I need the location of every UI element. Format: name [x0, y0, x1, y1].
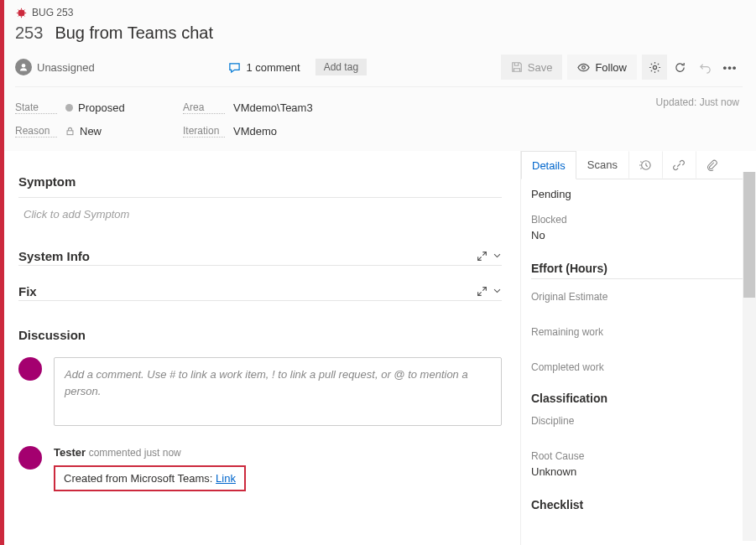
chevron-down-icon[interactable]	[493, 286, 502, 295]
body-content: Symptom Click to add Symptom System Info…	[0, 151, 756, 545]
tab-history[interactable]	[628, 151, 662, 179]
side-column: Details Scans Pending Blocked No Effort …	[520, 151, 756, 545]
classification-header: Classification	[531, 373, 743, 408]
symptom-header: Symptom	[18, 163, 502, 194]
eye-icon	[577, 61, 590, 74]
orig-estimate-label[interactable]: Original Estimate	[531, 279, 743, 303]
history-icon	[639, 159, 651, 171]
save-icon	[511, 61, 523, 73]
symptom-input[interactable]: Click to add Symptom	[18, 198, 502, 231]
comments-link[interactable]: 1 comment	[228, 61, 300, 74]
follow-label: Follow	[595, 61, 627, 74]
work-item-id: 253	[15, 23, 43, 43]
tab-links[interactable]	[662, 151, 696, 179]
blocked-label: Blocked	[531, 202, 743, 226]
fix-row[interactable]: Fix	[18, 281, 502, 301]
chevron-down-icon[interactable]	[493, 251, 502, 260]
tab-details[interactable]: Details	[521, 151, 576, 179]
more-icon: •••	[723, 61, 738, 74]
iteration-label: Iteration	[183, 125, 225, 138]
add-tag-button[interactable]: Add tag	[315, 59, 367, 75]
gear-icon	[649, 61, 661, 74]
root-cause-label: Root Cause	[531, 427, 743, 462]
expand-icon[interactable]	[477, 251, 487, 262]
comment-author: Tester	[54, 446, 86, 459]
comment-text: Created from Microsoft Teams:	[64, 472, 216, 485]
state-value[interactable]: Proposed	[65, 101, 125, 114]
title-row: 253 Bug from Teams chat	[15, 22, 743, 51]
comment-content: Created from Microsoft Teams: Link	[54, 465, 246, 491]
reason-value[interactable]: New	[65, 125, 102, 138]
side-panel-scroll[interactable]: Pending Blocked No Effort (Hours) Origin…	[521, 179, 756, 545]
updated-label: Updated: Just now	[656, 96, 743, 108]
bug-icon	[15, 7, 27, 18]
svg-point-1	[22, 64, 26, 68]
refresh-button[interactable]	[667, 54, 692, 80]
comments-count: 1 comment	[246, 61, 300, 74]
blocked-value[interactable]: No	[531, 226, 743, 243]
state-label: State	[15, 101, 57, 114]
area-value[interactable]: VMdemo\Team3	[233, 101, 313, 114]
lock-icon	[65, 127, 75, 136]
follow-button[interactable]: Follow	[567, 54, 637, 80]
breadcrumb-label[interactable]: BUG 253	[32, 7, 73, 18]
work-item-title[interactable]: Bug from Teams chat	[55, 23, 213, 43]
tab-strip: Details Scans	[521, 151, 756, 179]
fix-header: Fix	[18, 284, 37, 298]
meta-fields-row: State Proposed Reason New Area VMdemo\Te…	[15, 87, 743, 151]
completed-label[interactable]: Completed work	[531, 338, 743, 373]
bug-color-bar	[0, 0, 4, 545]
breadcrumb: BUG 253	[15, 7, 743, 22]
undo-icon	[699, 61, 712, 74]
main-column: Symptom Click to add Symptom System Info…	[0, 151, 520, 545]
discussion-section: Discussion Add a comment. Use # to link …	[18, 316, 502, 491]
comment-icon	[228, 61, 241, 74]
remaining-label[interactable]: Remaining work	[531, 303, 743, 338]
svg-point-3	[653, 65, 656, 69]
settings-button[interactable]	[642, 54, 667, 80]
comment-time: commented just now	[89, 447, 181, 459]
reason-label: Reason	[15, 125, 57, 138]
root-cause-value[interactable]: Unknown	[531, 462, 743, 480]
assignee-label: Unassigned	[37, 61, 95, 74]
save-label: Save	[528, 61, 553, 74]
work-item-header: BUG 253 253 Bug from Teams chat Unassign…	[0, 0, 756, 151]
teams-link[interactable]: Link	[216, 472, 236, 485]
svg-point-2	[582, 65, 586, 69]
effort-header: Effort (Hours)	[531, 243, 743, 279]
discipline-label[interactable]: Discipline	[531, 408, 743, 427]
tab-scans[interactable]: Scans	[576, 151, 628, 179]
svg-rect-4	[67, 130, 73, 134]
tab-attachments[interactable]	[696, 151, 729, 179]
pending-value: Pending	[531, 183, 743, 202]
iteration-value[interactable]: VMdemo	[233, 125, 277, 138]
system-info-row[interactable]: System Info	[18, 246, 502, 266]
checklist-header: Checklist	[531, 480, 743, 515]
more-actions-button[interactable]: •••	[717, 54, 743, 80]
comment-input[interactable]: Add a comment. Use # to link a work item…	[54, 357, 502, 426]
avatar	[18, 357, 42, 381]
person-icon	[15, 59, 32, 75]
avatar	[18, 446, 42, 470]
attachment-icon	[706, 159, 717, 171]
toolbar-row: Unassigned 1 comment Add tag Save Follow	[15, 51, 743, 87]
refresh-icon	[674, 61, 686, 74]
system-info-header: System Info	[18, 249, 90, 263]
state-dot-icon	[65, 104, 73, 112]
link-icon	[673, 159, 685, 171]
save-button[interactable]: Save	[501, 54, 563, 80]
scrollbar-thumb[interactable]	[743, 172, 755, 298]
area-label: Area	[183, 101, 225, 114]
toolbar-actions: Save Follow •••	[501, 54, 743, 80]
expand-icon[interactable]	[477, 286, 487, 297]
assignee-picker[interactable]: Unassigned	[15, 59, 95, 75]
comment-item: Tester commented just now Created from M…	[18, 446, 502, 491]
undo-button[interactable]	[692, 54, 717, 80]
discussion-header: Discussion	[18, 316, 502, 347]
